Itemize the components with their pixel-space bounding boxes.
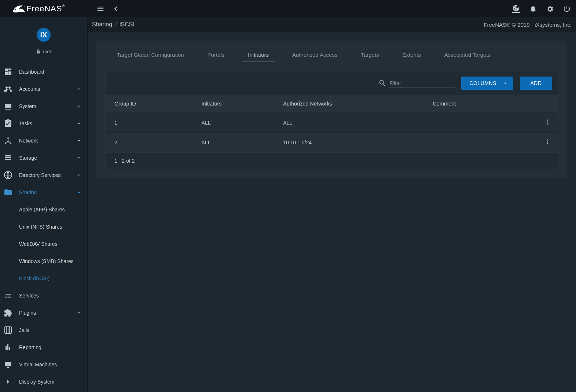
sidebar-subitem-unix-nfs-shares[interactable]: Unix (NFS) Shares [0, 218, 87, 235]
chevron-down-icon [76, 103, 82, 109]
sidebar-subitem-block-iscsi-[interactable]: Block (iSCSI) [0, 270, 87, 287]
columns-button[interactable]: COLUMNS [461, 77, 513, 90]
sidebar-item-plugins[interactable]: Plugins [0, 304, 87, 321]
columns-button-label: COLUMNS [469, 80, 496, 86]
brand-text: FreeNAS® [26, 4, 65, 14]
svg-point-9 [547, 122, 548, 123]
sidebar-item-storage[interactable]: Storage [0, 149, 87, 166]
back-icon[interactable] [112, 5, 120, 13]
tab-associated-targets[interactable]: Associated Targets [433, 47, 502, 62]
more-vert-icon[interactable] [544, 138, 551, 145]
sidebar-subitem-apple-afp-shares[interactable]: Apple (AFP) Shares [0, 201, 87, 218]
nav-label: Display System [19, 379, 82, 385]
menu-toggle-icon[interactable] [96, 5, 104, 13]
nav-icon [4, 291, 12, 300]
nav-icon [4, 67, 12, 76]
chevron-up-icon [76, 189, 82, 195]
svg-point-12 [547, 141, 548, 143]
svg-point-3 [7, 137, 9, 139]
nav-icon [4, 360, 12, 369]
nav-label: Sharing [19, 189, 76, 195]
tabs: Target Global ConfigurationPortalsInitia… [96, 41, 567, 62]
sidebar-item-display-system[interactable]: Display System [0, 373, 87, 390]
sidebar-subitem-windows-smb-shares[interactable]: Windows (SMB) Shares [0, 252, 87, 270]
initiators-panel: COLUMNS ADD Group IDInitiatorsAuthorized… [105, 71, 558, 169]
notifications-icon[interactable] [529, 5, 537, 13]
sidebar-item-system[interactable]: System [0, 97, 87, 115]
table-row[interactable]: 2ALL10.10.1.0/24 [106, 133, 558, 152]
nav-icon [4, 154, 12, 162]
breadcrumb-bar: Sharing / iSCSI FreeNAS® © 2019 - iXsyst… [88, 17, 576, 32]
table-cell [425, 133, 514, 152]
sidebar-item-jails[interactable]: Jails [0, 321, 87, 339]
tab-extents[interactable]: Extents [391, 47, 433, 62]
nav-label: Accounts [19, 86, 76, 92]
brand-logo[interactable]: FreeNAS® [0, 0, 88, 17]
sidebar-item-accounts[interactable]: Accounts [0, 80, 87, 97]
column-header-actions [514, 95, 558, 113]
nav-icon [4, 102, 12, 111]
row-actions-cell [514, 133, 558, 152]
svg-point-0 [15, 9, 16, 10]
nav-icon [4, 188, 12, 197]
tab-targets[interactable]: Targets [349, 47, 390, 62]
topbar: FreeNAS® [0, 0, 576, 17]
nav-icon [4, 326, 12, 334]
svg-point-10 [547, 123, 548, 125]
sidebar-item-sharing[interactable]: Sharing [0, 184, 87, 201]
svg-point-8 [547, 119, 548, 121]
chevron-down-icon [76, 86, 82, 92]
nav-label: System [19, 103, 76, 109]
breadcrumb-separator: / [115, 22, 117, 27]
add-button[interactable]: ADD [520, 77, 552, 90]
svg-point-11 [547, 139, 548, 140]
chevron-down-icon [76, 138, 82, 144]
sidebar-item-directory-services[interactable]: Directory Services [0, 166, 87, 184]
table-cell: ALL [194, 133, 276, 152]
user-indicator[interactable]: root [36, 49, 51, 54]
sidebar-subitem-webdav-shares[interactable]: WebDAV Shares [0, 235, 87, 252]
table-row[interactable]: 1ALLALL [106, 113, 558, 133]
breadcrumb-parent[interactable]: Sharing [92, 21, 112, 28]
sidebar-item-dashboard[interactable]: Dashboard [0, 63, 87, 80]
nav-label: Jails [19, 327, 82, 333]
nav-icon [4, 343, 12, 352]
svg-point-5 [10, 143, 11, 144]
tab-initiators[interactable]: Initiators [236, 47, 280, 62]
chevron-down-icon [76, 310, 82, 316]
nav-icon [4, 377, 12, 386]
more-vert-icon[interactable] [544, 119, 551, 125]
filter-input[interactable] [389, 79, 455, 88]
nav-icon [4, 308, 12, 317]
nav-icon [4, 171, 12, 180]
pagination-text: 1 - 2 of 2 [106, 152, 558, 169]
column-header[interactable]: Authorized Networks [276, 95, 425, 113]
table-toolbar: COLUMNS ADD [106, 71, 558, 95]
sidebar-item-services[interactable]: Services [0, 287, 87, 304]
tab-authorized-access[interactable]: Authorized Access [280, 47, 349, 62]
ix-logo-icon: iX [36, 27, 51, 42]
theme-icon[interactable] [512, 5, 520, 13]
initiators-table: Group IDInitiatorsAuthorized NetworksCom… [106, 95, 558, 152]
column-header[interactable]: Group ID [106, 95, 194, 113]
column-header[interactable]: Comment [425, 95, 514, 113]
nav-label: Network [19, 138, 76, 144]
sidebar-item-tasks[interactable]: Tasks [0, 115, 87, 132]
nav-label: Directory Services [19, 172, 76, 178]
table-cell: ALL [276, 113, 425, 133]
tab-portals[interactable]: Portals [196, 47, 236, 62]
nav-label: Reporting [19, 344, 82, 350]
sidebar-item-network[interactable]: Network [0, 132, 87, 149]
tab-target-global-configuration[interactable]: Target Global Configuration [105, 47, 196, 62]
dropdown-arrow-icon [502, 80, 508, 86]
search-icon[interactable] [378, 79, 386, 87]
column-header[interactable]: Initiators [194, 95, 276, 113]
sidebar-item-reporting[interactable]: Reporting [0, 339, 87, 356]
row-actions-cell [514, 113, 558, 133]
shark-icon [11, 1, 26, 16]
power-icon[interactable] [563, 5, 571, 13]
settings-icon[interactable] [546, 5, 554, 13]
sidebar-item-virtual-machines[interactable]: Virtual Machines [0, 356, 87, 373]
breadcrumb: Sharing / iSCSI [92, 21, 135, 28]
table-cell: 2 [106, 133, 194, 152]
